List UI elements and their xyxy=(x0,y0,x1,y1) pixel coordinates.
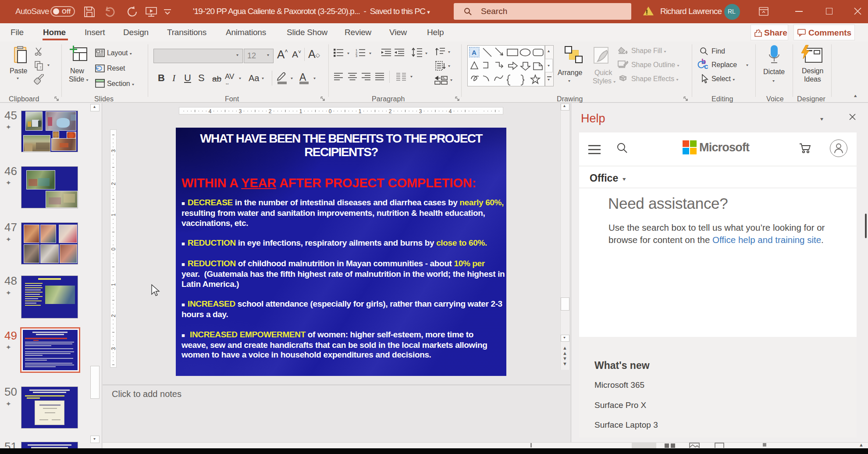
svg-text:4: 4 xyxy=(209,108,212,114)
svg-text:3: 3 xyxy=(239,108,242,114)
svg-text:2: 2 xyxy=(389,108,392,114)
svg-text:2: 2 xyxy=(110,182,116,185)
svg-text:1: 1 xyxy=(359,108,362,114)
svg-text:3: 3 xyxy=(110,347,116,350)
svg-text:2: 2 xyxy=(110,314,116,317)
svg-text:0: 0 xyxy=(329,108,332,114)
svg-text:4: 4 xyxy=(449,108,452,114)
svg-text:1: 1 xyxy=(110,283,116,286)
svg-text:0: 0 xyxy=(110,247,116,250)
svg-text:1: 1 xyxy=(110,213,116,216)
svg-text:1: 1 xyxy=(299,108,302,114)
svg-text:2: 2 xyxy=(269,108,272,114)
svg-text:A: A xyxy=(472,49,477,56)
svg-text:3: 3 xyxy=(419,108,422,114)
svg-text:3: 3 xyxy=(110,149,116,152)
svg-text:3: 3 xyxy=(356,54,357,57)
